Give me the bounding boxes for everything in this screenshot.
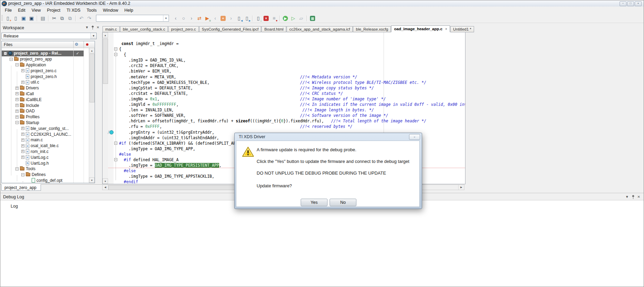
tree-expander-icon[interactable]: + bbox=[21, 127, 24, 130]
tree-expander-icon[interactable]: + bbox=[21, 150, 24, 153]
workspace-close-icon[interactable]: ✕ bbox=[97, 25, 99, 30]
next-file-icon[interactable]: ▯▸ bbox=[243, 15, 251, 22]
navigate-forward-icon[interactable]: › bbox=[227, 15, 235, 22]
fold-collapse-icon[interactable]: − bbox=[114, 142, 117, 145]
previous-file-icon[interactable]: ▯◂ bbox=[235, 15, 243, 22]
tree-item-main-c[interactable]: +cmain.c bbox=[2, 137, 89, 143]
tree-item-icall[interactable]: +iCall bbox=[2, 91, 89, 97]
fold-collapse-icon[interactable]: − bbox=[114, 53, 117, 56]
tree-item-project-zero-app-rel[interactable]: −project_zero_app - Rel...✓ bbox=[2, 51, 89, 56]
yes-button[interactable]: Yes bbox=[301, 199, 328, 206]
menu-tools[interactable]: Tools bbox=[84, 7, 100, 13]
tree-item-uartlog-h[interactable]: hUartLog.h bbox=[2, 160, 89, 166]
editor-tab-project-zero-c[interactable]: project_zero.c bbox=[168, 26, 198, 32]
search-combobox[interactable]: ▼ bbox=[96, 15, 169, 22]
paste-icon[interactable]: ⧉ bbox=[66, 15, 74, 22]
tree-expander-icon[interactable]: + bbox=[21, 133, 24, 136]
tree-expander-icon[interactable]: + bbox=[21, 69, 24, 72]
editor-tab-main-c[interactable]: main.c bbox=[103, 26, 120, 32]
editor-scroll-down-icon[interactable]: ▼ bbox=[103, 178, 108, 184]
toggle-breakpoint-icon[interactable]: ≡● bbox=[270, 15, 278, 22]
tree-item-osal-icall-ble-c[interactable]: +cosal_icall_ble.c bbox=[2, 143, 89, 149]
cut-icon[interactable]: ✂ bbox=[50, 15, 58, 22]
open-release-notes-icon[interactable]: ▱ bbox=[297, 15, 305, 22]
debug-log-close-icon[interactable]: ✕ bbox=[637, 195, 640, 199]
tree-expander-icon[interactable]: + bbox=[21, 144, 24, 147]
tree-expander-icon[interactable]: − bbox=[15, 63, 19, 66]
toggle-bookmark-icon[interactable]: + bbox=[219, 15, 227, 22]
undo-icon[interactable]: ↶ bbox=[77, 15, 85, 22]
scroll-right-icon[interactable]: ▶ bbox=[458, 185, 464, 190]
scroll-left-icon[interactable]: ◀ bbox=[103, 185, 108, 190]
editor-tab-ble-release-xscfg[interactable]: ble_Release.xscfg bbox=[353, 26, 391, 32]
tree-expander-icon[interactable]: + bbox=[15, 87, 19, 90]
editor-tab-board-html[interactable]: Board.html bbox=[261, 26, 286, 32]
tree-item-include[interactable]: +Include bbox=[2, 102, 89, 108]
editor-tab-sysconfig-generated-files-ipcf[interactable]: SysConfig_Generated_Files.ipcf bbox=[199, 26, 261, 32]
redo-icon[interactable]: ↷ bbox=[85, 15, 93, 22]
find-next-icon[interactable]: › bbox=[187, 15, 195, 22]
tree-expander-icon[interactable]: + bbox=[15, 115, 19, 119]
tree-expander-icon[interactable]: + bbox=[15, 104, 19, 107]
editor-tab-oad-image-header-app-c[interactable]: oad_image_header_app.c× bbox=[391, 25, 450, 32]
new-document-icon[interactable]: ▯+ bbox=[4, 15, 12, 22]
tree-scrollbar[interactable]: ▲ ▼ bbox=[89, 48, 95, 183]
find-icon[interactable]: ○ bbox=[180, 15, 187, 22]
tree-item-application[interactable]: −Application bbox=[2, 62, 89, 68]
tree-item-oad[interactable]: +OAD bbox=[2, 108, 89, 114]
fold-collapse-icon[interactable]: − bbox=[114, 158, 117, 161]
download-icon[interactable]: ▯↓ bbox=[254, 15, 262, 22]
close-tab-icon[interactable]: × bbox=[445, 27, 447, 31]
find-previous-icon[interactable]: ‹ bbox=[172, 15, 180, 22]
close-button[interactable]: × bbox=[635, 1, 642, 6]
tree-item-project-zero-h[interactable]: hproject_zero.h bbox=[2, 74, 89, 79]
editor-tab-cc26xx-app-and-stack-agama-icf[interactable]: cc26xx_app_and_stack_agama.icf bbox=[287, 26, 353, 32]
tree-expander-icon[interactable]: − bbox=[21, 173, 24, 176]
tree-item-startup[interactable]: −Startup bbox=[2, 120, 89, 126]
tree-item-project-zero-app[interactable]: −project_zero_app bbox=[2, 56, 89, 62]
tree-expander-icon[interactable]: + bbox=[21, 156, 24, 159]
debug-log-menu-chevron-icon[interactable]: ▼ bbox=[625, 195, 629, 199]
build-configuration-select[interactable]: Release ▼ bbox=[1, 33, 97, 39]
tree-item-uartlog-c[interactable]: +cUartLog.c bbox=[2, 154, 89, 160]
debug-log-content[interactable]: Log bbox=[0, 200, 644, 287]
workspace-pin-icon[interactable] bbox=[91, 25, 94, 30]
tree-item-icallble[interactable]: +iCallBLE bbox=[2, 97, 89, 102]
print-icon[interactable]: ▤ bbox=[39, 15, 47, 22]
workspace-menu-chevron-icon[interactable]: ▼ bbox=[85, 25, 89, 30]
editor-tab-untitled1[interactable]: Untitled1 * bbox=[450, 26, 474, 32]
replace-icon[interactable]: ⇄ bbox=[195, 15, 203, 22]
save-all-icon[interactable]: ▣ bbox=[28, 15, 35, 22]
no-button[interactable]: No bbox=[330, 199, 356, 206]
menu-window[interactable]: Window bbox=[100, 7, 121, 13]
tree-item-project-zero-c[interactable]: +cproject_zero.c bbox=[2, 68, 89, 74]
menu-project[interactable]: Project bbox=[44, 7, 64, 13]
download-and-debug-icon[interactable]: ▶ bbox=[281, 15, 289, 22]
save-icon[interactable]: ▣ bbox=[20, 15, 28, 22]
menu-view[interactable]: View bbox=[29, 7, 44, 13]
breakpoint-margin[interactable] bbox=[108, 32, 114, 184]
tree-item-config-def-opt[interactable]: config_def.opt bbox=[2, 178, 89, 183]
tree-expander-icon[interactable]: − bbox=[10, 58, 13, 61]
workspace-bottom-tab[interactable]: project_zero_app bbox=[1, 184, 41, 191]
menu-file[interactable]: File bbox=[2, 7, 15, 13]
cspy-macros-icon[interactable]: ▦ bbox=[309, 15, 316, 22]
copy-icon[interactable]: ⧉ bbox=[58, 15, 66, 22]
menu-help[interactable]: Help bbox=[121, 7, 136, 13]
debug-log-pin-icon[interactable] bbox=[632, 195, 635, 199]
tree-expander-icon[interactable]: − bbox=[15, 121, 19, 124]
tree-expander-icon[interactable]: + bbox=[21, 81, 24, 84]
menu-edit[interactable]: Edit bbox=[15, 7, 29, 13]
tree-item-ble-user-config-st[interactable]: +cble_user_config_st... bbox=[2, 125, 89, 131]
stop-debugging-icon[interactable]: × bbox=[262, 15, 270, 22]
tree-item-cc26x2r1-launc[interactable]: +cCC26X2R1_LAUNC... bbox=[2, 131, 89, 137]
menu-ti-xds[interactable]: TI XDS bbox=[63, 7, 83, 13]
tree-item-drivers[interactable]: +Drivers bbox=[2, 85, 89, 91]
tree-item-util-c[interactable]: +cutil.c bbox=[2, 79, 89, 85]
tree-scroll-down-icon[interactable]: ▼ bbox=[89, 177, 95, 183]
open-file-icon[interactable]: ▯ bbox=[12, 15, 20, 22]
tree-expander-icon[interactable]: − bbox=[15, 167, 19, 170]
tree-expander-icon[interactable]: + bbox=[21, 139, 24, 142]
tree-expander-icon[interactable]: + bbox=[15, 98, 19, 101]
editor-scroll-up-icon[interactable]: ▲ bbox=[103, 32, 108, 38]
